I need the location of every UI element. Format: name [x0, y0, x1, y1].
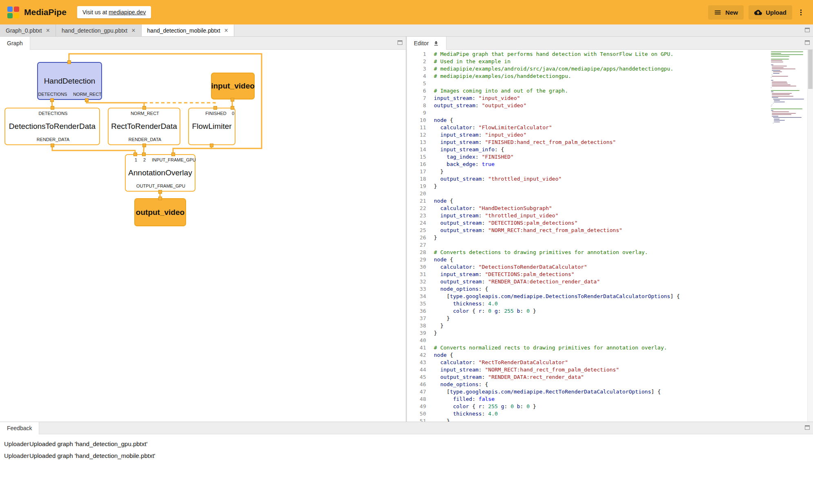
code-line: [type.googleapis.com/mediapipe.RectToRen… — [434, 388, 770, 396]
line-number: 48 — [407, 396, 426, 403]
port-marker[interactable] — [213, 106, 217, 110]
port-marker[interactable] — [231, 98, 234, 102]
code-line: # Converts normalized rects to drawing p… — [434, 344, 770, 351]
download-icon[interactable] — [433, 40, 439, 46]
port-label: FINISHED — [205, 111, 226, 116]
minimap-line — [772, 111, 789, 112]
feedback-tab[interactable]: Feedback — [0, 422, 39, 434]
code-line: calculator: "RectToRenderDataCalculator" — [434, 359, 770, 366]
visit-link[interactable]: mediapipe.dev — [109, 9, 146, 15]
line-number: 18 — [407, 175, 426, 183]
minimap-line — [774, 120, 785, 121]
line-number: 24 — [407, 219, 426, 227]
code-line — [434, 241, 770, 249]
port-marker[interactable] — [133, 153, 137, 156]
port-marker[interactable] — [51, 106, 54, 110]
close-icon[interactable]: × — [131, 27, 135, 34]
minimap-line — [773, 103, 773, 104]
minimap-line — [771, 56, 789, 57]
line-number: 26 — [407, 234, 426, 241]
code-editor[interactable]: 1234567891011121314151617181920212223242… — [407, 50, 813, 422]
minimap-line — [772, 94, 790, 95]
cloud-upload-icon — [754, 9, 762, 16]
line-number: 11 — [407, 124, 426, 131]
maximize-icon[interactable] — [805, 425, 810, 430]
line-number: 17 — [407, 168, 426, 175]
port-marker[interactable] — [210, 144, 213, 147]
minimap-line — [771, 77, 771, 78]
graph-node-hand_detection[interactable]: HandDetectionDETECTIONSNORM_RECT — [37, 62, 102, 100]
editor-minimap[interactable] — [770, 50, 807, 422]
file-tab[interactable]: hand_detection_gpu.pbtxt× — [56, 24, 141, 36]
line-number: 23 — [407, 212, 426, 219]
visit-chip[interactable]: Visit us at mediapipe.dev — [77, 6, 151, 18]
editor-tab[interactable]: Editor — [407, 37, 446, 50]
maximize-icon[interactable] — [805, 40, 810, 45]
graph-node-label: output_video — [136, 208, 184, 217]
code-line: node { — [434, 197, 770, 205]
graph-node-detections_to_render_data[interactable]: DetectionsToRenderDataDETECTIONSRENDER_D… — [4, 108, 100, 145]
minimap-line — [772, 76, 788, 77]
code-line: # Used in the example in — [434, 58, 770, 65]
file-tab[interactable]: Graph_0.pbtxt× — [0, 24, 56, 36]
graph-node-input_video[interactable]: input_video — [211, 73, 255, 99]
code-line: output_stream: "throttled_input_video" — [434, 175, 770, 183]
code-line: filled: false — [434, 396, 770, 403]
port-marker[interactable] — [158, 190, 162, 194]
port-marker[interactable] — [171, 153, 175, 156]
port-marker[interactable] — [51, 144, 54, 147]
line-number: 51 — [407, 418, 426, 422]
code-line: [type.googleapis.com/mediapipe.Detection… — [434, 293, 770, 300]
code-line — [434, 190, 770, 197]
code-line: back_edge: true — [434, 161, 770, 168]
line-number: 42 — [407, 351, 426, 359]
port-marker[interactable] — [231, 106, 234, 110]
graph-node-annotation_overlay[interactable]: AnnotationOverlay12INPUT_FRAME_GPUOUTPUT… — [125, 154, 195, 192]
graph-node-output_video[interactable]: output_video — [134, 198, 186, 226]
code-line: output_stream: "NORM_RECT:hand_rect_from… — [434, 227, 770, 234]
graph-node-flow_limiter[interactable]: FlowLimiterFINISHED0 — [188, 108, 235, 145]
port-marker[interactable] — [158, 197, 162, 200]
port-marker[interactable] — [142, 106, 146, 110]
kebab-menu-icon[interactable] — [796, 7, 806, 18]
line-number: 10 — [407, 117, 426, 124]
line-number: 9 — [407, 109, 426, 117]
minimap-line — [774, 102, 785, 102]
line-number: 31 — [407, 271, 426, 278]
close-icon[interactable]: × — [224, 27, 228, 34]
upload-button-label: Upload — [766, 9, 786, 16]
scrollbar-thumb[interactable] — [808, 50, 813, 89]
minimap-line — [772, 116, 778, 117]
upload-button[interactable]: Upload — [749, 5, 792, 20]
maximize-icon[interactable] — [805, 28, 810, 32]
port-marker[interactable] — [67, 60, 71, 64]
maximize-icon[interactable] — [398, 40, 402, 45]
port-label: 0 — [232, 111, 234, 116]
code-line: } — [434, 322, 770, 329]
minimap-line — [772, 74, 772, 75]
close-icon[interactable]: × — [46, 27, 50, 34]
file-tabs: Graph_0.pbtxt×hand_detection_gpu.pbtxt×h… — [0, 24, 234, 36]
code-content[interactable]: # MediaPipe graph that performs hand det… — [432, 50, 770, 422]
new-button[interactable]: New — [708, 5, 744, 20]
minimap-line — [774, 100, 780, 101]
port-marker[interactable] — [142, 153, 146, 156]
code-line: output_stream: "RENDER_DATA:detection_re… — [434, 278, 770, 285]
editor-scrollbar[interactable] — [807, 50, 813, 422]
file-tab[interactable]: hand_detection_mobile.pbtxt× — [142, 24, 234, 36]
editor-panel-strip: Editor — [407, 37, 813, 50]
port-marker[interactable] — [85, 98, 89, 102]
port-marker[interactable] — [142, 144, 146, 147]
port-marker[interactable] — [50, 98, 54, 102]
graph-tab[interactable]: Graph — [0, 37, 30, 50]
line-number: 41 — [407, 344, 426, 351]
minimap-line — [771, 53, 781, 54]
graph-node-rect_to_render_data[interactable]: RectToRenderDataNORM_RECTRENDER_DATA — [108, 108, 180, 145]
code-line: input_stream: "throttled_input_video" — [434, 212, 770, 219]
code-line: input_stream: "input_video" — [434, 131, 770, 139]
minimap-line — [771, 54, 803, 55]
main-area: Graph HandDetectionDETECTIONSNORM_RECTin… — [0, 37, 813, 422]
graph-canvas[interactable]: HandDetectionDETECTIONSNORM_RECTinput_vi… — [0, 50, 406, 422]
line-number: 46 — [407, 381, 426, 388]
code-line: output_stream: "DETECTIONS:palm_detectio… — [434, 219, 770, 227]
